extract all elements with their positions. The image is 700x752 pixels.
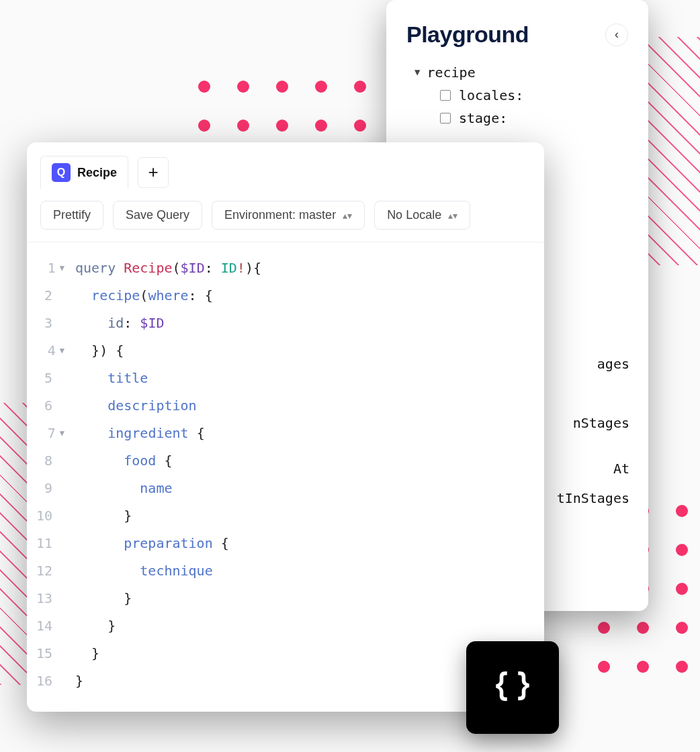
tree-node-recipe[interactable]: ▼ recipe bbox=[414, 61, 628, 84]
environment-dropdown[interactable]: Environment: master ▴▾ bbox=[212, 201, 365, 230]
sort-icon: ▴▾ bbox=[343, 210, 352, 221]
gutter-line: 3 bbox=[27, 310, 64, 337]
code-line[interactable]: recipe(where: { bbox=[75, 282, 544, 310]
gutter-line: 12 bbox=[27, 557, 64, 585]
tree-label: recipe bbox=[427, 61, 475, 84]
button-label: Prettify bbox=[53, 208, 91, 222]
gutter-line: 14 bbox=[27, 612, 64, 640]
save-query-button[interactable]: Save Query bbox=[113, 201, 202, 230]
tree-arg-locales[interactable]: locales: bbox=[414, 84, 628, 107]
tree-arg-label: locales: bbox=[459, 84, 523, 107]
code-line[interactable]: preparation { bbox=[75, 530, 544, 557]
fold-icon[interactable]: ▼ bbox=[60, 342, 64, 359]
collapse-button[interactable]: ‹ bbox=[605, 23, 628, 46]
tab-recipe[interactable]: Q Recipe bbox=[40, 156, 128, 189]
fold-icon[interactable]: ▼ bbox=[60, 425, 64, 442]
gutter-line: 13 bbox=[27, 585, 64, 612]
schema-explorer[interactable]: ▼ recipe locales: stage: bbox=[406, 61, 628, 130]
chevron-left-icon: ‹ bbox=[615, 28, 619, 42]
braces-badge bbox=[466, 641, 559, 734]
plus-icon: + bbox=[148, 162, 158, 183]
chevron-down-icon: ▼ bbox=[414, 64, 420, 81]
editor-tabs: Q Recipe + bbox=[27, 142, 544, 189]
gutter-line: 1▼ bbox=[27, 254, 64, 282]
tab-label: Recipe bbox=[77, 166, 117, 180]
code-line[interactable]: query Recipe($ID: ID!){ bbox=[75, 254, 544, 282]
gutter-line: 5 bbox=[27, 365, 64, 392]
playground-title: Playground bbox=[406, 21, 529, 48]
gutter-line: 16 bbox=[27, 667, 64, 695]
editor-toolbar: Prettify Save Query Environment: master … bbox=[27, 189, 544, 242]
fold-icon[interactable]: ▼ bbox=[60, 260, 64, 277]
gutter-line: 10 bbox=[27, 502, 64, 530]
gutter-line: 2 bbox=[27, 282, 64, 310]
code-line[interactable]: name bbox=[75, 475, 544, 502]
gutter-line: 11 bbox=[27, 530, 64, 557]
tree-arg-stage[interactable]: stage: bbox=[414, 107, 628, 130]
sort-icon: ▴▾ bbox=[448, 210, 457, 221]
code-line[interactable]: } bbox=[75, 502, 544, 530]
code-line[interactable]: technique bbox=[75, 557, 544, 585]
query-badge-icon: Q bbox=[52, 163, 71, 182]
gutter-line: 6 bbox=[27, 392, 64, 420]
code-line[interactable]: food { bbox=[75, 447, 544, 475]
code-line[interactable]: } bbox=[75, 585, 544, 612]
gutter-line: 15 bbox=[27, 640, 64, 667]
code-line[interactable]: description bbox=[75, 392, 544, 420]
code-line[interactable]: } bbox=[75, 612, 544, 640]
button-label: No Locale bbox=[387, 208, 441, 222]
code-line[interactable]: id: $ID bbox=[75, 310, 544, 337]
code-line[interactable]: title bbox=[75, 365, 544, 392]
add-tab-button[interactable]: + bbox=[138, 157, 169, 188]
code-content[interactable]: query Recipe($ID: ID!){ recipe(where: { … bbox=[69, 254, 544, 700]
gutter-line: 4▼ bbox=[27, 337, 64, 365]
gutter-line: 7▼ bbox=[27, 420, 64, 447]
code-editor[interactable]: 1▼234▼567▼8910111213141516 query Recipe(… bbox=[27, 242, 544, 712]
gutter-line: 8 bbox=[27, 447, 64, 475]
line-gutter: 1▼234▼567▼8910111213141516 bbox=[27, 254, 69, 700]
braces-icon bbox=[490, 664, 535, 711]
decoration-stripes-top bbox=[640, 37, 700, 265]
code-line[interactable]: }) { bbox=[75, 337, 544, 365]
checkbox-icon[interactable] bbox=[440, 113, 451, 124]
checkbox-icon[interactable] bbox=[440, 90, 451, 101]
button-label: Environment: master bbox=[224, 208, 336, 222]
locale-dropdown[interactable]: No Locale ▴▾ bbox=[374, 201, 470, 230]
editor-panel: Q Recipe + Prettify Save Query Environme… bbox=[27, 142, 544, 712]
gutter-line: 9 bbox=[27, 475, 64, 502]
tree-arg-label: stage: bbox=[459, 107, 507, 130]
prettify-button[interactable]: Prettify bbox=[40, 201, 103, 230]
button-label: Save Query bbox=[126, 208, 189, 222]
decoration-dots-top bbox=[198, 81, 366, 132]
code-line[interactable]: ingredient { bbox=[75, 420, 544, 447]
